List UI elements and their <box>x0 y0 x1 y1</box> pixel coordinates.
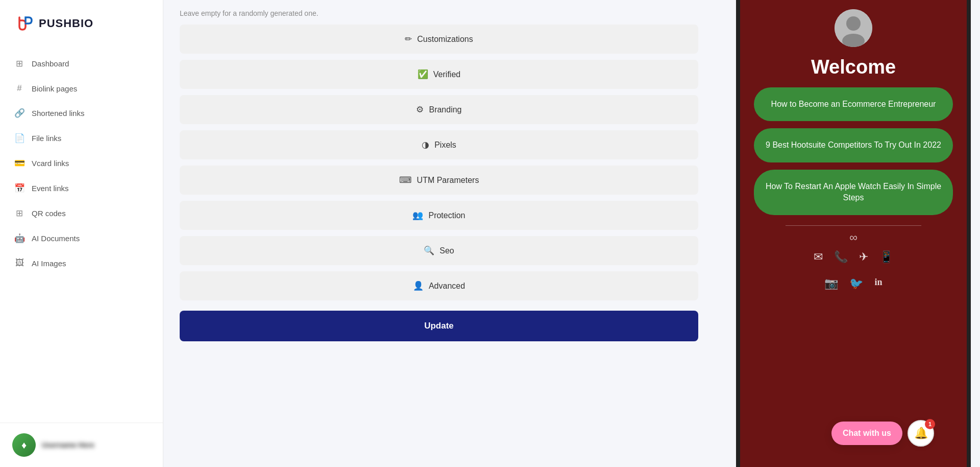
main-content: Leave empty for a randomly generated one… <box>163 0 715 467</box>
logo-text: PUSHBIO <box>39 17 93 30</box>
utm-label: UTM Parameters <box>417 176 479 185</box>
sidebar-item-vcard-links[interactable]: 💳 Vcard links <box>0 151 163 176</box>
sidebar-item-label: Dashboard <box>32 59 69 68</box>
instagram-social-icon[interactable]: 📷 <box>824 277 838 290</box>
phone-link-2[interactable]: 9 Best Hootsuite Competitors To Try Out … <box>754 128 953 162</box>
logo-area: PUSHBIO <box>0 0 163 47</box>
verified-button[interactable]: ✅ Verified <box>180 60 698 89</box>
image-icon: 🖼 <box>14 258 24 268</box>
phone-link-3[interactable]: How To Restart An Apple Watch Easily In … <box>754 170 953 215</box>
phone-social-row-2: 📷 🐦 in <box>824 277 882 290</box>
sidebar-item-label: QR codes <box>32 209 66 218</box>
verified-label: Verified <box>433 70 460 79</box>
update-button[interactable]: Update <box>180 311 698 341</box>
protection-label: Protection <box>428 211 465 220</box>
seo-button[interactable]: 🔍 Seo <box>180 236 698 265</box>
phone-avatar-section <box>835 0 872 51</box>
linkedin-social-icon[interactable]: in <box>874 277 882 290</box>
infinity-icon: ∞ <box>849 231 857 244</box>
sidebar-item-file-links[interactable]: 📄 File links <box>0 126 163 151</box>
branding-label: Branding <box>429 105 461 114</box>
calendar-icon: 📅 <box>14 183 24 194</box>
phone-social-icon[interactable]: 📞 <box>834 250 848 264</box>
notification-badge: 1 <box>925 419 935 429</box>
hint-text: Leave empty for a randomly generated one… <box>180 0 698 25</box>
sidebar-item-label: Shortened links <box>32 109 84 118</box>
chat-button-area: Chat with us 🔔 1 <box>831 420 934 447</box>
sidebar-item-dashboard[interactable]: ⊞ Dashboard <box>0 51 163 76</box>
twitter-social-icon[interactable]: 🐦 <box>849 277 863 290</box>
pushbio-logo-icon <box>12 12 35 35</box>
utm-icon: ⌨ <box>399 175 412 185</box>
chat-bell-icon: 🔔 <box>914 427 928 440</box>
protection-icon: 👥 <box>412 210 423 221</box>
customizations-button[interactable]: ✏ Customizations <box>180 25 698 54</box>
sidebar-item-label: AI Images <box>32 259 66 268</box>
phone-social-icons: ✉ 📞 ✈ 📱 <box>801 250 905 272</box>
pixels-button[interactable]: ◑ Pixels <box>180 130 698 159</box>
branding-icon: ⚙ <box>416 104 424 115</box>
sidebar-item-ai-documents[interactable]: 🤖 AI Documents <box>0 226 163 251</box>
telegram-social-icon[interactable]: ✈ <box>859 250 868 264</box>
ai-doc-icon: 🤖 <box>14 233 24 244</box>
sidebar-item-label: AI Documents <box>32 234 80 243</box>
protection-button[interactable]: 👥 Protection <box>180 201 698 230</box>
sidebar-navigation: ⊞ Dashboard # Biolink pages 🔗 Shortened … <box>0 47 163 423</box>
user-info: Username Here <box>42 441 94 449</box>
branding-button[interactable]: ⚙ Branding <box>180 95 698 124</box>
avatar: ♦ <box>12 433 36 457</box>
verified-icon: ✅ <box>418 69 428 80</box>
sidebar-item-label: Vcard links <box>32 159 69 168</box>
pixels-label: Pixels <box>434 141 456 150</box>
sidebar-item-label: Biolink pages <box>32 84 77 93</box>
phone-links-list: How to Become an Ecommerce Entrepreneur … <box>754 87 953 215</box>
sidebar-item-label: Event links <box>32 184 69 193</box>
utm-parameters-button[interactable]: ⌨ UTM Parameters <box>180 166 698 195</box>
pixels-icon: ◑ <box>422 139 429 150</box>
advanced-button[interactable]: 👤 Advanced <box>180 271 698 300</box>
phone-preview-area: Welcome How to Become an Ecommerce Entre… <box>715 0 980 467</box>
email-social-icon[interactable]: ✉ <box>814 250 823 264</box>
seo-label: Seo <box>439 246 454 255</box>
customizations-label: Customizations <box>417 35 473 44</box>
sidebar-item-biolink-pages[interactable]: # Biolink pages <box>0 76 163 101</box>
sidebar-item-ai-images[interactable]: 🖼 AI Images <box>0 251 163 275</box>
sidebar-item-qr-codes[interactable]: ⊞ QR codes <box>0 201 163 226</box>
dashboard-icon: ⊞ <box>14 58 24 69</box>
vcard-icon: 💳 <box>14 158 24 169</box>
qr-icon: ⊞ <box>14 208 24 219</box>
advanced-icon: 👤 <box>413 281 424 291</box>
sidebar-item-label: File links <box>32 134 61 143</box>
sidebar-item-event-links[interactable]: 📅 Event links <box>0 176 163 201</box>
advanced-label: Advanced <box>429 282 465 291</box>
user-name: Username Here <box>42 441 94 449</box>
phone-frame: Welcome How to Become an Ecommerce Entre… <box>736 0 971 467</box>
chat-notification-button[interactable]: 🔔 1 <box>908 420 934 447</box>
svg-point-2 <box>846 16 861 31</box>
sidebar-item-shortened-links[interactable]: 🔗 Shortened links <box>0 101 163 126</box>
file-icon: 📄 <box>14 133 24 144</box>
customizations-icon: ✏ <box>405 34 412 44</box>
phone-avatar <box>835 9 872 47</box>
sidebar-user-area: ♦ Username Here <box>0 423 163 467</box>
chat-with-us-button[interactable]: Chat with us <box>831 422 902 445</box>
sidebar: PUSHBIO ⊞ Dashboard # Biolink pages 🔗 Sh… <box>0 0 163 467</box>
whatsapp-social-icon[interactable]: 📱 <box>879 250 893 264</box>
phone-link-1[interactable]: How to Become an Ecommerce Entrepreneur <box>754 87 953 121</box>
link-icon: 🔗 <box>14 108 24 119</box>
update-button-label: Update <box>424 321 454 331</box>
hash-icon: # <box>14 83 24 94</box>
seo-icon: 🔍 <box>424 245 434 256</box>
phone-divider <box>786 225 921 226</box>
phone-welcome-text: Welcome <box>811 56 896 78</box>
